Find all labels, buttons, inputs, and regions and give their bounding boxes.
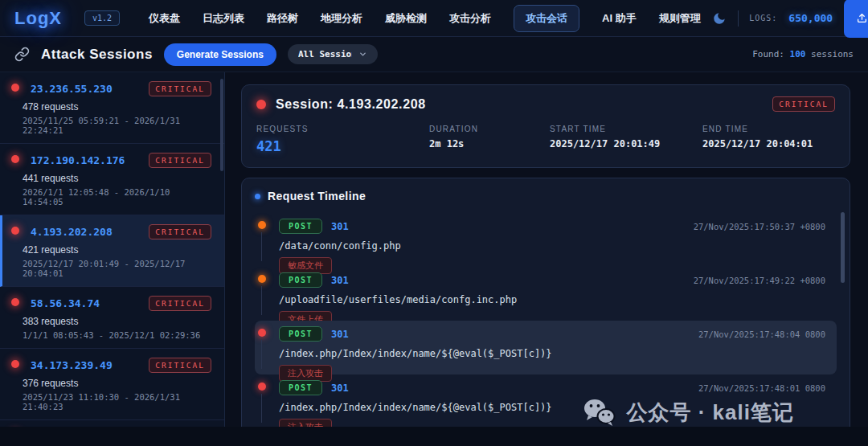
request-path: /uploadfile/userfiles/media/confg.inc.ph… bbox=[279, 294, 829, 305]
method-badge: POST bbox=[279, 219, 322, 234]
method-badge: POST bbox=[279, 380, 322, 395]
bottom-band bbox=[0, 427, 868, 446]
timeline-title: Request Timeline bbox=[268, 190, 366, 203]
session-title: Session: 4.193.202.208 bbox=[276, 97, 426, 112]
critical-badge: CRITICAL bbox=[772, 96, 835, 112]
session-request-count: 478 requests bbox=[23, 101, 211, 113]
session-time-range: 1/1/1 08:05:43 - 2025/12/1 02:29:36 bbox=[23, 330, 211, 340]
logs-count: 650,000 bbox=[788, 12, 833, 24]
entry-timestamp: 27/Nov/2025:17:49:22 +0800 bbox=[694, 276, 825, 285]
timeline-connector bbox=[261, 340, 262, 369]
session-ip: 172.190.142.176 bbox=[31, 154, 125, 166]
critical-badge: CRITICAL bbox=[149, 153, 211, 168]
top-navigation: LogX v1.2 仪表盘 日志列表 路径树 地理分析 威胁检测 攻击分析 攻击… bbox=[0, 0, 868, 37]
request-path: /data/conn/config.php bbox=[279, 240, 829, 252]
moon-icon[interactable] bbox=[712, 11, 727, 26]
threat-dot-icon bbox=[11, 298, 19, 306]
session-ip: 23.236.55.230 bbox=[31, 83, 113, 95]
entry-timestamp: 27/Nov/2025:17:48:01 0800 bbox=[698, 383, 825, 393]
session-time-range: 2025/11/25 05:59:21 - 2026/1/31 22:24:21 bbox=[23, 116, 211, 135]
timeline-connector bbox=[261, 394, 262, 423]
status-code: 301 bbox=[331, 329, 349, 340]
nav-item-geo-analysis[interactable]: 地理分析 bbox=[321, 11, 362, 26]
session-ip: 34.173.239.49 bbox=[31, 359, 113, 371]
logs-label: LOGS: bbox=[749, 14, 777, 23]
session-time-range: 2025/12/17 20:01:49 - 2025/12/17 20:04:0… bbox=[23, 259, 211, 278]
session-filter-value: All Sessions bbox=[298, 49, 352, 59]
request-path: /index.php/Index/index/name/${@eval($_PO… bbox=[279, 348, 829, 359]
nav-item-log-list[interactable]: 日志列表 bbox=[203, 11, 244, 26]
link-icon bbox=[14, 47, 30, 62]
nav-item-attack-analysis[interactable]: 攻击分析 bbox=[449, 11, 491, 26]
timeline-entry-highlighted[interactable]: POST 301 27/Nov/2025:17:48:04 0800 /inde… bbox=[255, 321, 837, 374]
nav-item-threat-detection[interactable]: 威胁检测 bbox=[385, 11, 427, 26]
entry-severity-dot-icon bbox=[258, 221, 266, 229]
page-title: Attack Sessions bbox=[41, 47, 153, 63]
threat-dot-icon bbox=[11, 155, 19, 163]
status-code: 301 bbox=[331, 221, 349, 232]
session-list-item-selected[interactable]: 4.193.202.208 CRITICAL 421 requests 2025… bbox=[0, 215, 224, 287]
nav-item-dashboard[interactable]: 仪表盘 bbox=[149, 11, 180, 26]
entry-severity-dot-icon bbox=[258, 383, 266, 391]
entry-timestamp: 27/Nov/2025:17:48:04 0800 bbox=[698, 329, 825, 339]
stat-end-time: END TIME 2025/12/17 20:04:01 bbox=[702, 125, 813, 154]
entry-timestamp: 27/Nov/2025:17:50:37 +0800 bbox=[694, 222, 825, 231]
content-area: 23.236.55.230 CRITICAL 478 requests 2025… bbox=[0, 72, 868, 446]
session-list-item[interactable]: 172.190.142.176 CRITICAL 441 requests 20… bbox=[0, 144, 224, 215]
import-button[interactable]: 导入 bbox=[844, 0, 868, 38]
session-list-item[interactable]: 34.173.239.49 CRITICAL 376 requests 2025… bbox=[0, 349, 224, 420]
nav-item-ai-assistant[interactable]: AI 助手 bbox=[602, 11, 637, 26]
session-stats: REQUESTS 421 DURATION 2m 12s START TIME … bbox=[256, 125, 835, 154]
found-sessions-count: Found: 100 sessions bbox=[752, 49, 854, 59]
session-request-count: 441 requests bbox=[23, 173, 211, 184]
session-time-range: 2025/11/23 11:10:30 - 2026/1/31 21:40:23 bbox=[23, 392, 211, 411]
method-badge: POST bbox=[279, 326, 322, 342]
critical-badge: CRITICAL bbox=[149, 296, 211, 311]
stat-requests: REQUESTS 421 bbox=[256, 125, 429, 154]
upload-icon bbox=[857, 13, 867, 23]
wechat-icon bbox=[582, 398, 616, 427]
session-ip: 58.56.34.74 bbox=[31, 297, 100, 309]
nav-item-rule-management[interactable]: 规则管理 bbox=[659, 11, 701, 26]
status-code: 301 bbox=[331, 383, 349, 394]
threat-dot-icon bbox=[11, 84, 19, 92]
session-filter-dropdown[interactable]: All Sessions bbox=[288, 44, 378, 64]
timeline-dot-icon bbox=[255, 194, 260, 199]
stat-start-time: START TIME 2025/12/17 20:01:49 bbox=[550, 125, 702, 154]
timeline-entry[interactable]: POST 301 27/Nov/2025:17:50:37 +0800 /dat… bbox=[255, 213, 837, 267]
entry-severity-dot-icon bbox=[258, 275, 266, 283]
main-panel: Session: 4.193.202.208 CRITICAL REQUESTS… bbox=[225, 72, 868, 446]
entry-severity-dot-icon bbox=[258, 329, 266, 337]
threat-dot-icon bbox=[11, 227, 19, 235]
session-list-item[interactable]: 58.56.34.74 CRITICAL 383 requests 1/1/1 … bbox=[0, 287, 224, 349]
session-time-range: 2026/1/1 12:05:48 - 2026/1/10 14:54:05 bbox=[23, 187, 211, 207]
critical-badge: CRITICAL bbox=[149, 358, 211, 373]
session-list-item[interactable]: 23.236.55.230 CRITICAL 478 requests 2025… bbox=[0, 72, 224, 144]
method-badge: POST bbox=[279, 272, 322, 288]
watermark-text: 公众号 · kali笔记 bbox=[627, 399, 794, 427]
timeline-scrollbar[interactable] bbox=[841, 212, 845, 283]
divider bbox=[738, 10, 739, 27]
session-request-count: 421 requests bbox=[23, 244, 211, 256]
page-header: Attack Sessions Generate Sessions All Se… bbox=[0, 37, 868, 72]
nav-item-attack-sessions[interactable]: 攻击会话 bbox=[514, 5, 579, 32]
status-code: 301 bbox=[331, 275, 349, 286]
session-request-count: 383 requests bbox=[23, 316, 211, 327]
chevron-down-icon bbox=[358, 50, 367, 59]
timeline-connector bbox=[261, 232, 262, 261]
session-request-count: 376 requests bbox=[23, 378, 211, 389]
version-badge: v1.2 bbox=[84, 10, 120, 26]
generate-sessions-button[interactable]: Generate Sessions bbox=[164, 43, 276, 66]
timeline-entry[interactable]: POST 301 27/Nov/2025:17:49:22 +0800 /upl… bbox=[255, 267, 837, 321]
critical-badge: CRITICAL bbox=[149, 81, 211, 96]
app-logo: LogX bbox=[14, 8, 62, 29]
session-summary-card: Session: 4.193.202.208 CRITICAL REQUESTS… bbox=[241, 84, 850, 168]
session-status-dot-icon bbox=[256, 100, 266, 109]
stat-duration: DURATION 2m 12s bbox=[429, 125, 550, 154]
nav-right-cluster: LOGS: 650,000 导入 清空 bbox=[712, 0, 868, 39]
nav-menu: 仪表盘 日志列表 路径树 地理分析 威胁检测 攻击分析 攻击会话 AI 助手 规… bbox=[149, 5, 701, 32]
watermark: 公众号 · kali笔记 bbox=[582, 398, 794, 427]
timeline-connector bbox=[261, 286, 262, 315]
nav-item-path-tree[interactable]: 路径树 bbox=[267, 11, 298, 26]
sidebar-scrollbar[interactable] bbox=[220, 79, 223, 171]
